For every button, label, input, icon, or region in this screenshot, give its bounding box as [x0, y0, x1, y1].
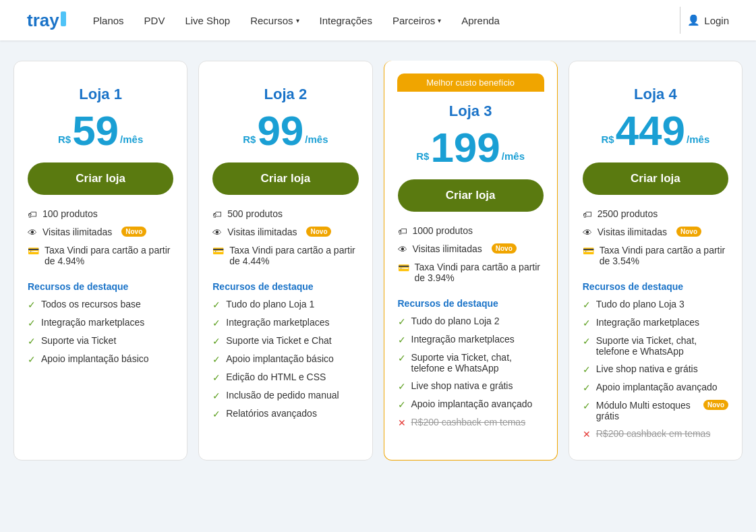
check-icon: ✓ [212, 299, 221, 310]
card-icon-loja1: 💳 [28, 245, 39, 256]
featured-badge-loja3: Melhor custo benefício [397, 73, 544, 92]
user-icon: 👤 [687, 14, 700, 26]
feature-visitas-loja1: 👁 Visitas ilimitadas Novo [28, 227, 173, 238]
check-icon: ✓ [583, 318, 591, 328]
section-title-loja1: Recursos de destaque [28, 281, 173, 292]
feature-produtos-loja3: 🏷 1000 produtos [398, 225, 544, 237]
check-icon: ✓ [212, 336, 221, 347]
feature-produtos-loja2: 🏷 500 produtos [212, 208, 358, 220]
period-loja2: /mês [305, 134, 328, 145]
plan-card-loja2: Loja 2 R$ 99 /mês Criar loja 🏷 500 produ… [198, 61, 372, 461]
detail-loja3-5: ✕ R$200 cashback em temas [398, 417, 544, 428]
detail-loja2-0: ✓ Tudo do plano Loja 1 [212, 299, 358, 310]
tag-icon-loja1: 🏷 [28, 209, 37, 220]
check-icon: ✓ [28, 318, 36, 328]
cross-icon: ✕ [398, 417, 406, 428]
detail-loja4-2: ✓ Suporte via Ticket, chat, telefone e W… [583, 335, 728, 357]
detail-loja3-1: ✓ Integração marketplaces [398, 334, 544, 345]
check-icon: ✓ [398, 316, 406, 327]
criar-loja4-button[interactable]: Criar loja [583, 162, 728, 195]
feature-produtos-loja1: 🏷 100 produtos [28, 208, 173, 220]
detail-loja4-0: ✓ Tudo do plano Loja 3 [583, 299, 728, 310]
check-icon: ✓ [583, 382, 591, 393]
plan-price-loja4: R$ 449 /mês [583, 110, 728, 152]
tag-icon-loja3: 🏷 [398, 226, 407, 237]
feature-taxa-loja3: 💳 Taxa Vindi para cartão a partir de 3.9… [398, 262, 544, 283]
plan-card-loja4: Loja 4 R$ 449 /mês Criar loja 🏷 2500 pro… [569, 61, 743, 461]
check-icon: ✓ [212, 390, 221, 401]
eye-icon-loja2: 👁 [212, 227, 222, 238]
detail-loja3-3: ✓ Live shop nativa e grátis [398, 380, 544, 392]
detail-loja2-5: ✓ Inclusão de pedido manual [212, 390, 358, 401]
period-loja1: /mês [120, 134, 143, 145]
tag-icon-loja4: 🏷 [583, 209, 592, 220]
feature-taxa-loja4: 💳 Taxa Vindi para cartão a partir de 3.5… [583, 245, 728, 266]
currency-loja1: R$ [58, 134, 71, 145]
detail-loja4-4: ✓ Apoio implantação avançado [583, 382, 728, 393]
card-icon-loja3: 💳 [398, 262, 409, 273]
logo[interactable]: tray [27, 10, 66, 31]
tag-icon-loja2: 🏷 [212, 209, 222, 220]
nav-links: Planos PDV Live Shop Recursos ▾ Integraç… [93, 15, 674, 26]
criar-loja3-button[interactable]: Criar loja [398, 179, 544, 212]
cross-icon: ✕ [583, 429, 591, 440]
plan-price-loja2: R$ 99 /mês [212, 110, 358, 152]
nav-integracoes[interactable]: Integrações [320, 15, 372, 26]
feature-visitas-loja2: 👁 Visitas ilimitadas Novo [212, 227, 358, 238]
section-title-loja4: Recursos de destaque [583, 281, 728, 292]
check-icon: ✓ [398, 334, 406, 345]
check-icon: ✓ [398, 399, 406, 410]
currency-loja2: R$ [243, 134, 256, 145]
detail-loja4-1: ✓ Integração marketplaces [583, 317, 728, 328]
detail-loja1-0: ✓ Todos os recursos base [28, 299, 173, 310]
currency-loja3: R$ [416, 150, 429, 162]
amount-loja4: 449 [616, 110, 685, 152]
eye-icon-loja4: 👁 [583, 227, 592, 238]
navbar: tray Planos PDV Live Shop Recursos ▾ Int… [0, 0, 756, 40]
nav-parceiros[interactable]: Parceiros ▾ [392, 15, 441, 26]
nav-login[interactable]: 👤 Login [687, 14, 729, 26]
amount-loja3: 199 [430, 127, 500, 169]
feature-produtos-loja4: 🏷 2500 produtos [583, 208, 728, 220]
section-title-loja2: Recursos de destaque [212, 281, 358, 292]
badge-novo-loja4: Novo [676, 227, 701, 237]
nav-aprenda[interactable]: Aprenda [461, 15, 500, 26]
nav-recursos[interactable]: Recursos ▾ [250, 15, 299, 26]
nav-pdv[interactable]: PDV [144, 15, 165, 26]
feature-taxa-loja1: 💳 Taxa Vindi para cartão a partir de 4.9… [28, 245, 173, 266]
nav-planos[interactable]: Planos [93, 15, 124, 26]
badge-novo-loja1: Novo [121, 227, 146, 237]
badge-novo-loja2: Novo [306, 227, 331, 237]
feature-taxa-loja2: 💳 Taxa Vindi para cartão a partir de 4.4… [212, 245, 358, 266]
check-icon: ✓ [398, 353, 406, 363]
eye-icon-loja1: 👁 [28, 227, 37, 238]
detail-loja2-2: ✓ Suporte via Ticket e Chat [212, 335, 358, 347]
plan-name-loja2: Loja 2 [212, 86, 358, 103]
detail-loja2-4: ✓ Edição do HTML e CSS [212, 372, 358, 383]
check-icon: ✓ [583, 299, 591, 310]
check-icon: ✓ [28, 336, 36, 347]
detail-loja4-6: ✕ R$200 cashback em temas [583, 428, 728, 440]
detail-loja3-4: ✓ Apoio implantação avançado [398, 398, 544, 410]
badge-novo-loja3: Novo [492, 243, 517, 254]
check-icon: ✓ [583, 401, 591, 411]
check-icon: ✓ [212, 354, 221, 365]
detail-loja1-1: ✓ Integração marketplaces [28, 317, 173, 328]
criar-loja1-button[interactable]: Criar loja [28, 162, 173, 195]
check-icon: ✓ [398, 381, 406, 392]
plan-card-loja1: Loja 1 R$ 59 /mês Criar loja 🏷 100 produ… [13, 61, 187, 461]
detail-loja1-2: ✓ Suporte via Ticket [28, 335, 173, 347]
card-icon-loja2: 💳 [212, 245, 224, 256]
check-icon: ✓ [583, 364, 591, 375]
period-loja4: /mês [687, 134, 709, 145]
nav-liveshop[interactable]: Live Shop [185, 15, 230, 26]
detail-loja3-0: ✓ Tudo do plano Loja 2 [398, 316, 544, 327]
detail-loja2-1: ✓ Integração marketplaces [212, 317, 358, 328]
detail-loja4-3: ✓ Live shop nativa e grátis [583, 363, 728, 375]
detail-loja4-5: ✓ Módulo Multi estoques grátis Novo [583, 400, 728, 421]
plan-name-loja1: Loja 1 [28, 86, 173, 103]
amount-loja1: 59 [72, 110, 119, 152]
amount-loja2: 99 [257, 110, 303, 152]
plan-price-loja1: R$ 59 /mês [28, 110, 173, 152]
criar-loja2-button[interactable]: Criar loja [212, 162, 358, 195]
